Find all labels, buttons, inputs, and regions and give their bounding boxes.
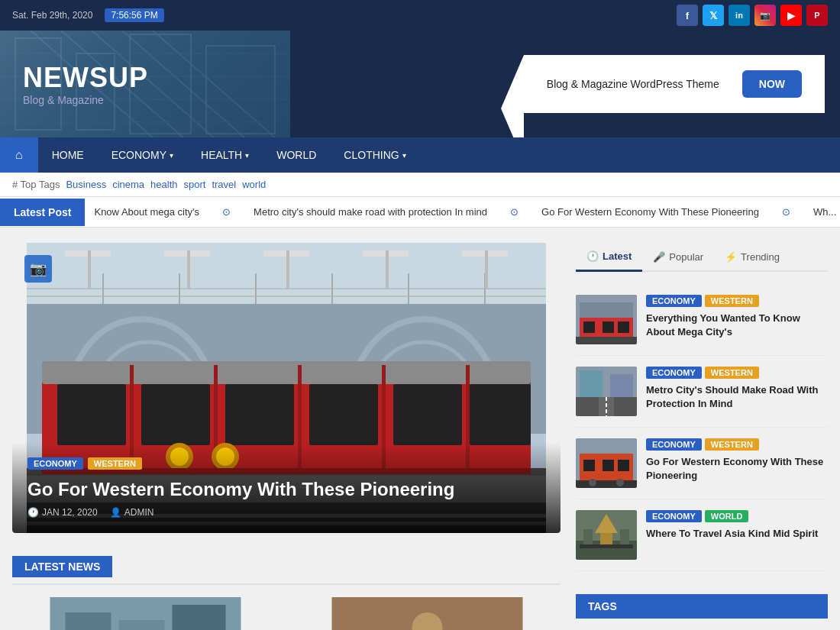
svg-rect-53 [88,250,91,289]
sa1-western-tag[interactable]: WESTERN [705,295,759,307]
news-card-2: BUSINESS WORLD But Who Has Any Right To … [294,597,561,630]
ad-button[interactable]: NOW [742,70,802,98]
camera-icon: 📷 [24,255,52,283]
user-icon: 👤 [110,507,121,518]
sa4-world-tag[interactable]: WORLD [705,510,749,522]
main-layout: 📷 ECONOMY WESTERN Go For Western Economy… [0,228,840,630]
topbar-date: Sat. Feb 29th, 2020 [12,10,92,21]
svg-rect-72 [576,337,637,344]
sa3-western-tag[interactable]: WESTERN [705,438,759,451]
tag-world[interactable]: world [242,179,266,190]
svg-rect-88 [618,460,629,471]
svg-rect-29 [57,384,126,445]
ticker-dot-2: ⊙ [510,206,519,218]
tag-economy-badge[interactable]: ECONOMY [27,457,83,470]
svg-rect-34 [470,384,531,445]
svg-rect-85 [576,480,637,488]
clock-icon: 🕐 [27,507,39,518]
twitter-icon[interactable]: 𝕏 [703,5,724,26]
home-icon: ⌂ [15,148,23,162]
hero-post[interactable]: 📷 ECONOMY WESTERN Go For Western Economy… [12,243,561,533]
sidebar-article-2: ECONOMY WESTERN Metro City's Should Make… [576,356,828,428]
sidebar-article-1-tags: ECONOMY WESTERN [646,295,828,307]
ticker-item-3[interactable]: Go For Western Economy With These Pionee… [541,206,759,218]
nav-home[interactable]: ⌂ [0,137,38,173]
svg-rect-73 [583,321,595,333]
youtube-icon[interactable]: ▶ [780,5,802,26]
header-banner: NEWSUP Blog & Magazine Blog & Magazine W… [0,31,840,137]
tag-health[interactable]: health [150,179,177,190]
nav-home-label[interactable]: HOME [38,138,98,172]
news-card-2-image [294,597,561,630]
ad-text: Blog & Magazine WordPress Theme [547,78,719,90]
clock-icon-2: 🕐 [586,250,599,262]
sidebar-article-4: ECONOMY WORLD Where To Travel Asia Kind … [576,499,828,571]
nav-clothing[interactable]: CLOTHING ▾ [330,138,419,172]
sidebar-article-3-title[interactable]: Go For Western Economy With These Pionee… [646,455,828,483]
svg-rect-76 [580,302,633,318]
ticker-item-2[interactable]: Metro city's should make road with prote… [254,206,487,218]
svg-rect-54 [187,250,190,289]
svg-rect-96 [620,529,629,544]
nav-world[interactable]: WORLD [263,138,330,172]
facebook-icon[interactable]: f [677,5,698,26]
sidebar-article-1-title[interactable]: Everything You Wanted To Know About Mega… [646,312,828,339]
ticker-dot-3: ⊙ [782,206,790,218]
tab-latest[interactable]: 🕐 Latest [576,243,642,272]
tag-western-badge[interactable]: WESTERN [88,457,142,470]
main-right: 🕐 Latest 🎤 Popular ⚡ Trending [576,243,828,630]
sidebar-thumb-2 [576,367,637,416]
mic-icon: 🎤 [653,251,665,263]
topbar-time: 7:56:56 PM [105,8,163,22]
tag-sport[interactable]: sport [184,179,206,190]
chevron-down-icon-2: ▾ [245,151,249,160]
tab-popular[interactable]: 🎤 Popular [642,243,714,270]
ticker-item-4[interactable]: Wh... [813,206,836,218]
sidebar-article-4-tags: ECONOMY WORLD [646,510,828,522]
svg-rect-60 [66,612,111,630]
tag-cinema[interactable]: cinema [112,179,144,190]
svg-rect-56 [386,250,389,289]
sidebar-article-3-tags: ECONOMY WESTERN [646,438,828,451]
svg-rect-81 [610,374,633,397]
tags-section-header: TAGS [576,594,828,619]
latest-news-header: LATEST NEWS [12,556,561,585]
lightning-icon: ⚡ [725,251,737,263]
sidebar-article-2-title[interactable]: Metro City's Should Make Road With Prote… [646,383,828,411]
svg-rect-55 [286,250,289,289]
sa4-economy-tag[interactable]: ECONOMY [646,510,702,522]
tag-travel[interactable]: travel [212,179,236,190]
tag-business[interactable]: Business [66,179,106,190]
sa1-economy-tag[interactable]: ECONOMY [646,295,702,307]
svg-rect-94 [600,533,612,544]
nav-health[interactable]: HEALTH ▾ [187,138,263,172]
tab-trending[interactable]: ⚡ Trending [714,243,790,270]
ticker-dot-1: ⊙ [222,206,231,218]
sa3-economy-tag[interactable]: ECONOMY [646,438,702,451]
hero-tags: ECONOMY WESTERN [27,457,545,470]
ticker-item-1[interactable]: Know About mega city's [94,206,199,218]
svg-point-90 [616,479,624,486]
site-logo[interactable]: NEWSUP Blog & Magazine [0,47,171,121]
sa2-economy-tag[interactable]: ECONOMY [646,367,702,379]
svg-rect-33 [393,384,462,445]
nav-economy[interactable]: ECONOMY ▾ [98,138,187,172]
hero-image: 📷 ECONOMY WESTERN Go For Western Economy… [12,243,561,533]
latest-news-section: LATEST NEWS [12,556,561,630]
svg-rect-57 [485,250,488,289]
pinterest-icon[interactable]: P [806,5,828,26]
chevron-down-icon-3: ▾ [402,151,406,160]
sa2-western-tag[interactable]: WESTERN [705,367,759,379]
svg-rect-95 [583,529,593,544]
tags-bar: # Top Tags Business cinema health sport … [0,173,840,197]
sidebar-article-4-title[interactable]: Where To Travel Asia Kind Mid Spirit [646,527,828,541]
news-card-1: BUSINESS WORLD Cargo Industry Welcome Fo… [12,597,279,630]
hero-title: Go For Western Economy With These Pionee… [27,477,545,501]
sidebar-article-3-body: ECONOMY WESTERN Go For Western Economy W… [646,438,828,488]
sidebar-article-1: ECONOMY WESTERN Everything You Wanted To… [576,284,828,356]
instagram-icon[interactable]: 📷 [754,5,776,26]
svg-rect-61 [119,620,165,630]
sidebar-article-1-body: ECONOMY WESTERN Everything You Wanted To… [646,295,828,344]
linkedin-icon[interactable]: in [729,5,750,26]
sidebar-article-2-body: ECONOMY WESTERN Metro City's Should Make… [646,367,828,416]
